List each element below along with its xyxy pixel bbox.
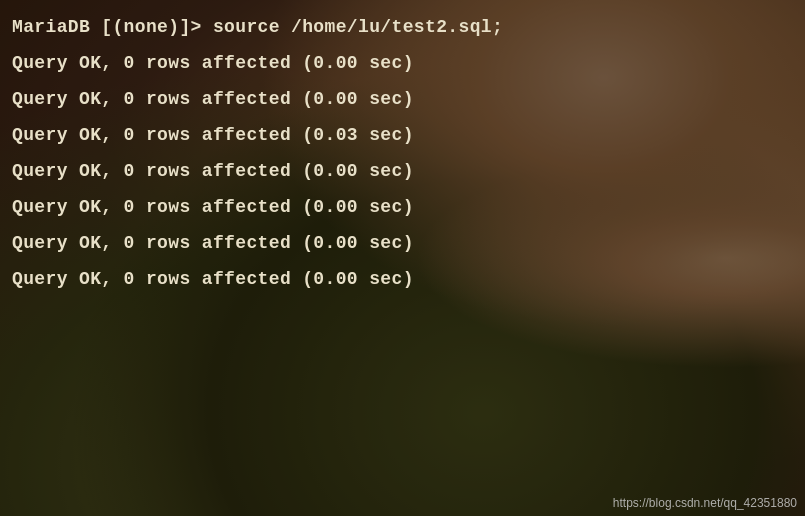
terminal-result-7: Query OK, 0 rows affected (0.00 sec) xyxy=(12,260,793,296)
watermark-link: https://blog.csdn.net/qq_42351880 xyxy=(613,496,797,510)
terminal-result-1: Query OK, 0 rows affected (0.00 sec) xyxy=(12,44,793,80)
terminal-result-4: Query OK, 0 rows affected (0.00 sec) xyxy=(12,152,793,188)
terminal-result-5: Query OK, 0 rows affected (0.00 sec) xyxy=(12,188,793,224)
terminal-result-2: Query OK, 0 rows affected (0.00 sec) xyxy=(12,80,793,116)
terminal-output: MariaDB [(none)]> source /home/lu/test2.… xyxy=(0,0,805,516)
terminal-result-6: Query OK, 0 rows affected (0.00 sec) xyxy=(12,224,793,260)
terminal-command-line: MariaDB [(none)]> source /home/lu/test2.… xyxy=(12,8,793,44)
terminal-result-3: Query OK, 0 rows affected (0.03 sec) xyxy=(12,116,793,152)
